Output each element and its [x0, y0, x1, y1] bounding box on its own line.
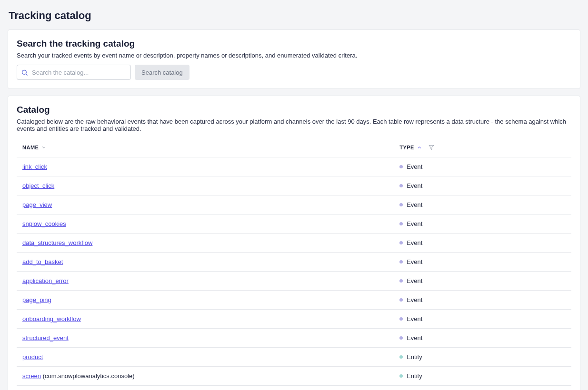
catalog-table: NAME TYPE [17, 138, 571, 386]
type-cell: Event [394, 234, 571, 253]
name-link[interactable]: data_structures_workflow [22, 239, 92, 246]
type-cell: Entity [394, 348, 571, 367]
search-card: Search the tracking catalog Search your … [8, 29, 580, 89]
svg-line-1 [26, 74, 27, 75]
table-row: page_viewEvent [17, 195, 571, 214]
name-cell: data_structures_workflow [17, 234, 394, 253]
type-dot-icon [399, 317, 403, 321]
name-link[interactable]: add_to_basket [22, 258, 63, 265]
column-header-type[interactable]: TYPE [394, 138, 571, 157]
type-label: Event [407, 258, 422, 265]
type-cell: Event [394, 157, 571, 176]
type-dot-icon [399, 203, 403, 206]
search-input-wrapper[interactable] [17, 65, 131, 80]
name-cell: page_ping [17, 291, 394, 310]
type-label: Entity [407, 353, 422, 361]
name-link[interactable]: page_view [22, 201, 52, 208]
name-cell: structured_event [17, 329, 394, 348]
table-row: onboarding_workflowEvent [17, 310, 571, 329]
type-cell: Event [394, 291, 571, 310]
type-dot-icon [399, 374, 403, 378]
svg-marker-2 [429, 146, 434, 150]
type-label: Event [407, 296, 422, 303]
name-cell: product [17, 348, 394, 367]
type-cell: Event [394, 176, 571, 195]
table-row: object_clickEvent [17, 176, 571, 195]
table-row: link_clickEvent [17, 157, 571, 176]
type-dot-icon [399, 184, 403, 187]
type-label: Event [407, 315, 422, 322]
type-cell: Entity [394, 367, 571, 386]
type-dot-icon [399, 355, 403, 359]
name-link[interactable]: page_ping [22, 296, 51, 303]
type-label: Event [407, 239, 422, 246]
catalog-description: Cataloged below are the raw behavioral e… [17, 118, 571, 132]
type-dot-icon [399, 165, 403, 168]
table-row: screen (com.snowplowanalytics.console)En… [17, 367, 571, 386]
catalog-heading: Catalog [17, 105, 571, 115]
column-header-type-label: TYPE [399, 145, 414, 150]
search-description: Search your tracked events by event name… [17, 52, 571, 59]
type-cell: Event [394, 253, 571, 272]
type-label: Entity [407, 372, 422, 380]
name-link[interactable]: object_click [22, 182, 54, 189]
table-row: structured_eventEvent [17, 329, 571, 348]
page-title: Tracking catalog [9, 10, 580, 22]
column-header-name-label: NAME [22, 145, 39, 150]
type-cell: Event [394, 214, 571, 234]
name-link[interactable]: screen [22, 372, 41, 380]
filter-icon[interactable] [429, 145, 434, 150]
type-dot-icon [399, 241, 403, 244]
table-row: snplow_cookiesEvent [17, 214, 571, 234]
name-cell: link_click [17, 157, 394, 176]
sort-icon [41, 145, 46, 150]
type-label: Event [407, 201, 422, 208]
type-cell: Event [394, 272, 571, 291]
column-header-name[interactable]: NAME [17, 138, 394, 157]
table-row: page_pingEvent [17, 291, 571, 310]
name-cell: screen (com.snowplowanalytics.console) [17, 367, 394, 386]
name-link[interactable]: structured_event [22, 334, 69, 341]
type-dot-icon [399, 260, 403, 263]
search-button[interactable]: Search catalog [135, 65, 189, 80]
name-link[interactable]: onboarding_workflow [22, 315, 81, 322]
name-suffix: (com.snowplowanalytics.console) [41, 372, 135, 380]
search-heading: Search the tracking catalog [17, 39, 571, 49]
sort-asc-icon [417, 145, 422, 150]
type-cell: Event [394, 310, 571, 329]
type-label: Event [407, 277, 422, 284]
name-cell: onboarding_workflow [17, 310, 394, 329]
type-cell: Event [394, 329, 571, 348]
name-cell: page_view [17, 195, 394, 214]
catalog-card: Catalog Cataloged below are the raw beha… [8, 96, 580, 390]
type-label: Event [407, 220, 422, 227]
search-input[interactable] [31, 68, 127, 77]
name-link[interactable]: link_click [22, 163, 47, 170]
table-row: add_to_basketEvent [17, 253, 571, 272]
type-dot-icon [399, 279, 403, 283]
name-link[interactable]: snplow_cookies [22, 220, 66, 227]
name-cell: object_click [17, 176, 394, 195]
type-cell: Event [394, 195, 571, 214]
name-link[interactable]: application_error [22, 277, 69, 284]
name-cell: application_error [17, 272, 394, 291]
type-dot-icon [399, 222, 403, 225]
type-dot-icon [399, 298, 403, 302]
type-label: Event [407, 182, 422, 189]
table-row: productEntity [17, 348, 571, 367]
table-row: data_structures_workflowEvent [17, 234, 571, 253]
type-dot-icon [399, 336, 403, 340]
type-label: Event [407, 334, 422, 341]
name-cell: add_to_basket [17, 253, 394, 272]
type-label: Event [407, 163, 422, 170]
search-icon [21, 69, 28, 76]
name-link[interactable]: product [22, 353, 43, 361]
table-row: application_errorEvent [17, 272, 571, 291]
name-cell: snplow_cookies [17, 214, 394, 234]
